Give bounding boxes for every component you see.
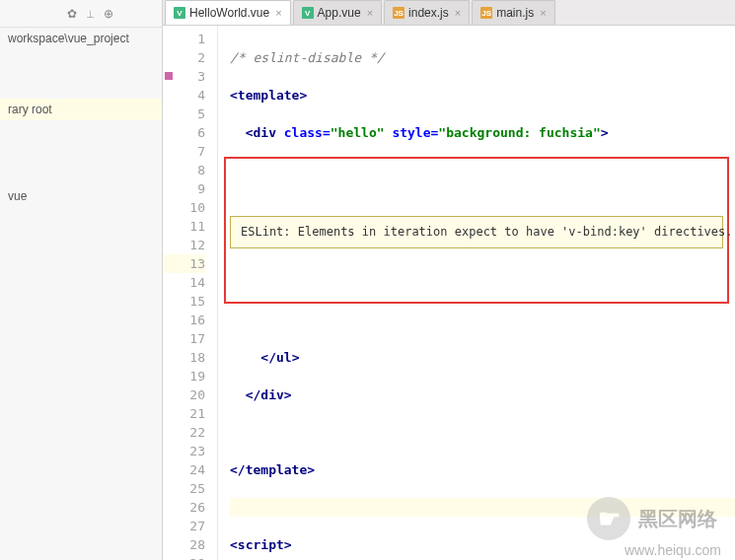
gutter-line: 24 <box>163 460 205 479</box>
gear-icon[interactable]: ✿ <box>67 7 77 21</box>
gutter-line: 8 <box>163 161 205 179</box>
close-icon[interactable]: × <box>275 7 281 19</box>
gutter-line: 29 <box>163 554 205 560</box>
gutter-line: 10 <box>163 198 205 217</box>
gutter-line: 26 <box>163 498 205 517</box>
sidebar-toolbar: ✿ ⟂ ⊕ <box>0 0 162 28</box>
editor-tabs: VHelloWorld.vue×VApp.vue×JSindex.js×JSma… <box>163 0 735 26</box>
gutter-line: 15 <box>163 292 205 311</box>
gutter-line: 27 <box>163 517 205 535</box>
bookmark-icon[interactable] <box>165 72 173 80</box>
gutter-line: 3 <box>163 67 205 86</box>
gutter-line: 19 <box>163 367 205 385</box>
gutter-line: 12 <box>163 236 205 254</box>
gutter-line: 6 <box>163 123 205 142</box>
tab-helloworld-vue[interactable]: VHelloWorld.vue× <box>165 0 291 25</box>
close-icon[interactable]: × <box>367 7 373 19</box>
watermark-text: 黑区网络 <box>638 506 717 532</box>
gutter-line: 9 <box>163 179 205 198</box>
gutter-line: 7 <box>163 142 205 161</box>
gutter-line: 17 <box>163 329 205 348</box>
tab-label: HelloWorld.vue <box>189 6 269 20</box>
js-file-icon: JS <box>393 7 404 19</box>
close-icon[interactable]: × <box>540 7 546 19</box>
js-file-icon: JS <box>480 7 492 19</box>
tab-label: App.vue <box>318 6 361 20</box>
tab-label: index.js <box>408 6 449 20</box>
line-gutter: 1234567891011121314151617181920212223242… <box>163 26 218 560</box>
gutter-line: 11 <box>163 217 205 236</box>
tab-index-js[interactable]: JSindex.js× <box>384 0 470 25</box>
code-comment: /* eslint-disable */ <box>230 50 385 65</box>
gutter-line: 25 <box>163 479 205 498</box>
eslint-error-tooltip: ESLint: Elements in iteration expect to … <box>224 157 729 304</box>
watermark: ☛ 黑区网络 <box>587 497 717 540</box>
gutter-line: 2 <box>163 48 205 67</box>
close-icon[interactable]: × <box>455 7 461 19</box>
collapse-icon[interactable]: ⟂ <box>87 7 94 21</box>
target-icon[interactable]: ⊕ <box>104 7 113 21</box>
gutter-line: 18 <box>163 348 205 367</box>
gutter-line: 28 <box>163 535 205 554</box>
vue-file-icon: V <box>174 7 185 19</box>
sidebar-workspace-path[interactable]: workspace\vue_project <box>0 28 162 49</box>
gutter-line: 20 <box>163 385 205 404</box>
tab-label: main.js <box>496 6 534 20</box>
tab-app-vue[interactable]: VApp.vue× <box>293 0 382 25</box>
gutter-line: 1 <box>163 30 205 48</box>
sidebar-library-root[interactable]: rary root <box>0 99 162 120</box>
tab-main-js[interactable]: JSmain.js× <box>472 0 554 25</box>
vue-file-icon: V <box>302 7 314 19</box>
sidebar-vue-item[interactable]: vue <box>0 185 162 207</box>
gutter-line: 13 <box>163 254 205 273</box>
watermark-icon: ☛ <box>587 497 630 540</box>
gutter-line: 22 <box>163 423 205 442</box>
gutter-line: 14 <box>163 273 205 292</box>
project-sidebar: ✿ ⟂ ⊕ workspace\vue_project rary root vu… <box>0 0 163 560</box>
gutter-line: 5 <box>163 105 205 123</box>
gutter-line: 16 <box>163 311 205 329</box>
gutter-line: 4 <box>163 86 205 105</box>
watermark-site: www.heiqu.com <box>625 542 721 558</box>
gutter-line: 23 <box>163 442 205 460</box>
code-area[interactable]: /* eslint-disable */ <template> <div cla… <box>218 26 735 560</box>
gutter-line: 21 <box>163 404 205 423</box>
tooltip-message: ESLint: Elements in iteration expect to … <box>230 216 723 248</box>
